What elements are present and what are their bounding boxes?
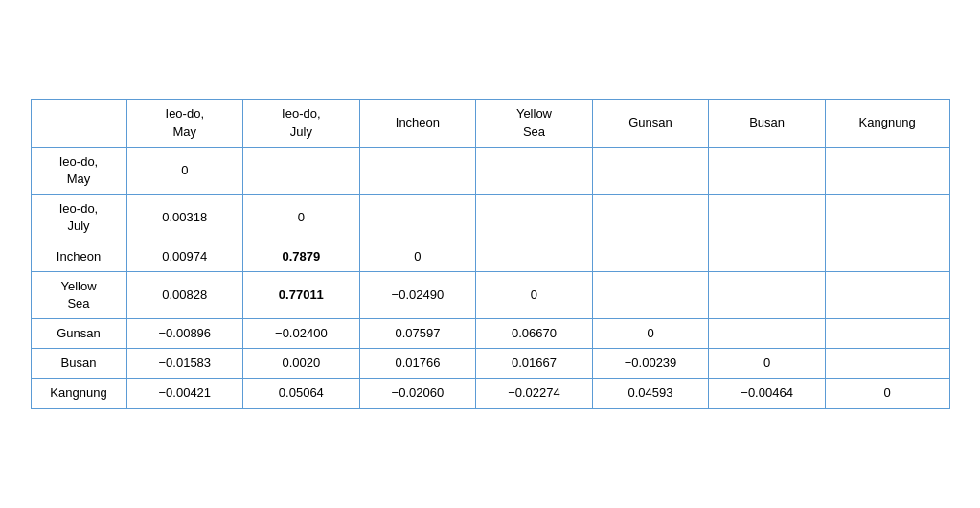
- table-cell: 0.00828: [126, 271, 243, 318]
- table-cell: 0: [126, 147, 243, 194]
- table-cell: −0.00896: [126, 319, 243, 349]
- header-empty: [31, 100, 126, 147]
- table-cell: [825, 242, 949, 271]
- row-header-incheon: Incheon: [31, 242, 126, 271]
- table-cell: 0.06670: [476, 319, 593, 349]
- row-header-ieo-do,-july: Ieo-do,July: [31, 195, 126, 242]
- table-cell: [359, 147, 476, 194]
- table-cell: [825, 147, 949, 194]
- header-ieo-do-july: Ieo-do,July: [243, 100, 360, 147]
- table-cell: 0.07597: [359, 319, 476, 349]
- table-cell: −0.02060: [359, 379, 476, 408]
- table-cell: [592, 147, 709, 194]
- table-cell: 0: [825, 379, 949, 408]
- table-wrapper: Ieo-do,May Ieo-do,July Incheon YellowSea…: [21, 89, 960, 418]
- table-cell: −0.02274: [476, 379, 593, 408]
- table-cell: [709, 271, 826, 318]
- table-cell: [709, 319, 826, 349]
- correlation-table: Ieo-do,May Ieo-do,July Incheon YellowSea…: [31, 99, 950, 408]
- table-cell: −0.00421: [126, 379, 243, 408]
- table-cell: 0.05064: [243, 379, 360, 408]
- table-cell: −0.00239: [592, 349, 709, 379]
- table-cell: −0.02400: [243, 319, 360, 349]
- row-header-busan: Busan: [31, 349, 126, 379]
- table-cell: −0.01583: [126, 349, 243, 379]
- table-cell: [825, 195, 949, 242]
- table-row: Gunsan−0.00896−0.024000.075970.066700: [31, 319, 949, 349]
- table-cell: [709, 147, 826, 194]
- header-busan: Busan: [709, 100, 826, 147]
- row-header-kangnung: Kangnung: [31, 379, 126, 408]
- table-cell: 0.00318: [126, 195, 243, 242]
- table-cell: 0.04593: [592, 379, 709, 408]
- table-cell: [592, 195, 709, 242]
- table-row: YellowSea0.008280.77011−0.024900: [31, 271, 949, 318]
- table-row: Ieo-do,May0: [31, 147, 949, 194]
- table-cell: [709, 242, 826, 271]
- header-row: Ieo-do,May Ieo-do,July Incheon YellowSea…: [31, 100, 949, 147]
- table-cell: [709, 195, 826, 242]
- table-cell: 0: [592, 319, 709, 349]
- table-cell: 0: [476, 271, 593, 318]
- table-cell: [476, 242, 593, 271]
- table-cell: 0.0020: [243, 349, 360, 379]
- table-cell: [592, 271, 709, 318]
- table-cell: 0.77011: [243, 271, 360, 318]
- header-ieo-do-may: Ieo-do,May: [126, 100, 243, 147]
- table-cell: [825, 271, 949, 318]
- table-cell: 0.01667: [476, 349, 593, 379]
- table-cell: [592, 242, 709, 271]
- table-cell: −0.00464: [709, 379, 826, 408]
- table-row: Incheon0.009740.78790: [31, 242, 949, 271]
- table-cell: [476, 147, 593, 194]
- table-row: Busan−0.015830.00200.017660.01667−0.0023…: [31, 349, 949, 379]
- table-cell: [359, 195, 476, 242]
- table-cell: −0.02490: [359, 271, 476, 318]
- table-cell: 0.01766: [359, 349, 476, 379]
- header-kangnung: Kangnung: [825, 100, 949, 147]
- header-yellow-sea: YellowSea: [476, 100, 593, 147]
- header-incheon: Incheon: [359, 100, 476, 147]
- table-row: Ieo-do,July0.003180: [31, 195, 949, 242]
- table-cell: [476, 195, 593, 242]
- table-cell: [825, 349, 949, 379]
- table-cell: [825, 319, 949, 349]
- table-cell: [243, 147, 360, 194]
- table-row: Kangnung−0.004210.05064−0.02060−0.022740…: [31, 379, 949, 408]
- table-cell: 0.00974: [126, 242, 243, 271]
- table-cell: 0.7879: [243, 242, 360, 271]
- table-cell: 0: [359, 242, 476, 271]
- table-cell: 0: [243, 195, 360, 242]
- table-cell: 0: [709, 349, 826, 379]
- header-gunsan: Gunsan: [592, 100, 709, 147]
- row-header-yellow-sea: YellowSea: [31, 271, 126, 318]
- row-header-gunsan: Gunsan: [31, 319, 126, 349]
- row-header-ieo-do,-may: Ieo-do,May: [31, 147, 126, 194]
